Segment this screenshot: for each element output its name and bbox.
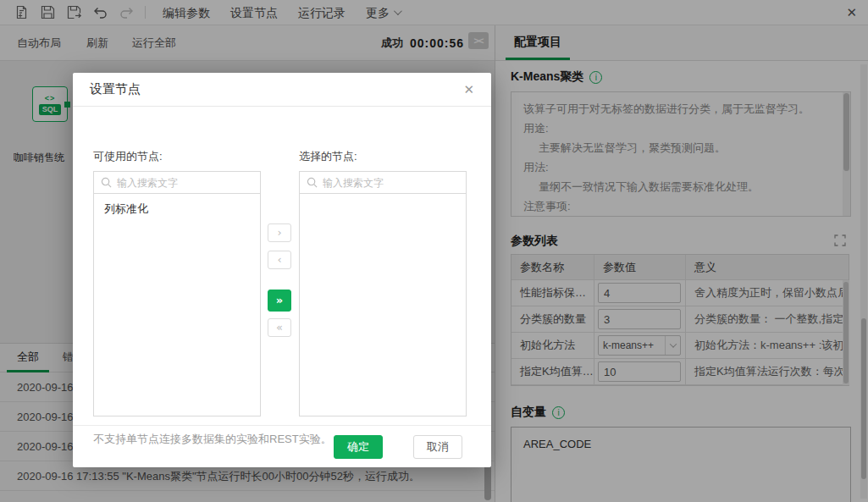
dialog-body: 可使用的节点: 选择的节点: 列标准化 › ‹ » « — [73, 107, 491, 425]
selected-nodes-list — [299, 171, 467, 416]
dialog-footer: 确定 取消 — [73, 425, 491, 467]
dialog-close-icon[interactable]: ✕ — [463, 82, 474, 97]
dialog-title: 设置节点 — [90, 81, 141, 97]
move-all-right-button[interactable]: » — [268, 290, 291, 312]
search-icon — [101, 177, 112, 188]
available-search — [94, 172, 260, 194]
move-all-left-button[interactable]: « — [268, 318, 291, 337]
move-right-button[interactable]: › — [268, 223, 291, 242]
available-nodes-list: 列标准化 — [93, 171, 261, 416]
search-icon — [307, 177, 318, 188]
selected-search-input[interactable] — [323, 177, 459, 189]
set-node-dialog: 设置节点 ✕ 可使用的节点: 选择的节点: 列标准化 › ‹ » « — [73, 73, 491, 467]
app-window: 编辑参数 设置节点 运行记录 更多 ✕ 自动布局 刷新 运行全部 成功 00:0… — [0, 0, 868, 502]
dialog-header: 设置节点 ✕ — [73, 73, 491, 107]
selected-search — [300, 172, 466, 194]
available-search-input[interactable] — [117, 177, 253, 189]
available-nodes-label: 可使用的节点: — [93, 149, 163, 164]
cancel-button[interactable]: 取消 — [413, 435, 462, 459]
move-left-button[interactable]: ‹ — [268, 251, 291, 269]
selected-nodes-label: 选择的节点: — [299, 149, 357, 164]
available-node-item[interactable]: 列标准化 — [94, 194, 260, 223]
ok-button[interactable]: 确定 — [334, 435, 383, 459]
